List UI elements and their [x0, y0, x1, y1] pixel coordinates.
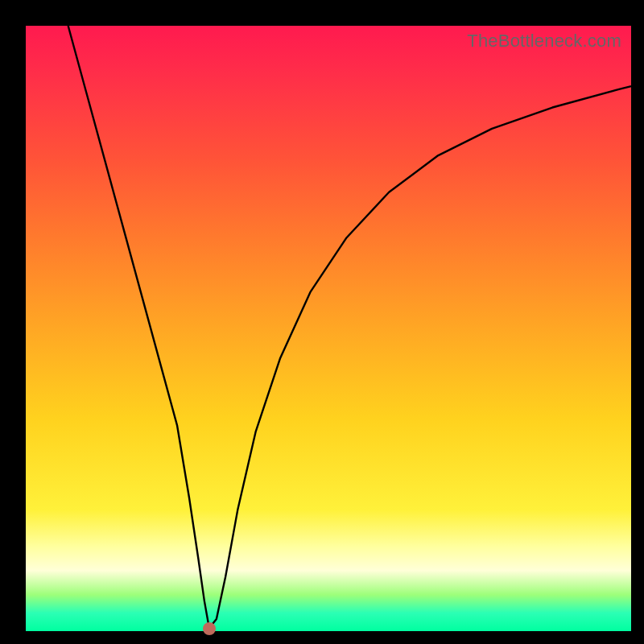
- curve-svg: [26, 26, 631, 631]
- bottleneck-curve: [68, 26, 631, 628]
- chart-frame: TheBottleneck.com: [0, 0, 644, 644]
- plot-area: TheBottleneck.com: [26, 26, 631, 631]
- optimum-marker: [203, 622, 216, 635]
